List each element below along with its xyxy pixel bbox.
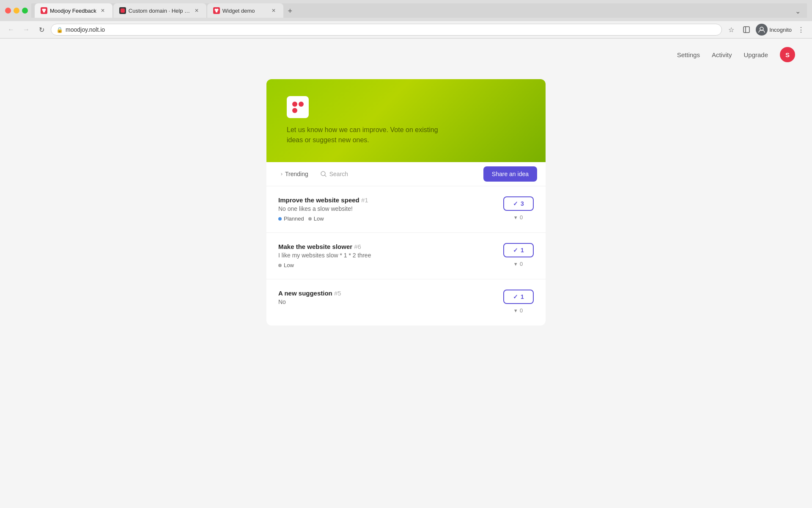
toolbar-right: ☆ Incognito ⋮ (725, 24, 807, 36)
idea-title-1[interactable]: Improve the website speed #1 (278, 196, 495, 204)
idea-item-2: Make the website slower #6 I like my web… (266, 233, 546, 279)
trending-label: Trending (285, 171, 308, 177)
vote-up-button-1[interactable]: ✓ 3 (503, 196, 534, 211)
idea-title-text-2: Make the website slower (278, 243, 352, 250)
search-placeholder: Search (329, 171, 348, 177)
tab-favicon-widget (213, 7, 220, 14)
idea-number-2: #6 (354, 243, 361, 250)
tab-close-nolt[interactable]: ✕ (193, 7, 200, 14)
vote-count-down-3: 0 (520, 307, 523, 314)
vote-count-up-3: 1 (521, 293, 524, 300)
brand-logo (287, 96, 309, 118)
maximize-button[interactable] (22, 8, 28, 14)
refresh-button[interactable]: ↻ (36, 24, 47, 36)
search-area[interactable]: Search (314, 167, 483, 181)
idea-title-text-3: A new suggestion (278, 290, 332, 297)
idea-tags-2: Low (278, 262, 495, 268)
tab-widget[interactable]: Widget demo ✕ (207, 3, 283, 18)
tab-close-widget[interactable]: ✕ (270, 7, 277, 14)
filter-bar: › Trending Search Share an idea (266, 162, 546, 186)
idea-title-2[interactable]: Make the website slower #6 (278, 243, 495, 250)
vote-count-up-1: 3 (521, 200, 524, 207)
idea-tags-1: Planned Low (278, 215, 495, 222)
vote-down-button-1[interactable]: ▾ 0 (511, 213, 526, 222)
tab-moodjoy[interactable]: Moodjoy Feedback ✕ (35, 3, 112, 18)
idea-content-2: Make the website slower #6 I like my web… (278, 243, 495, 268)
close-button[interactable] (5, 8, 11, 14)
top-nav: Settings Activity Upgrade S (0, 39, 812, 71)
vote-widget-3: ✓ 1 ▾ 0 (503, 290, 534, 315)
vote-down-button-3[interactable]: ▾ 0 (511, 306, 526, 315)
tab-expand-button[interactable]: ⌄ (792, 5, 804, 17)
tag-dot-planned (278, 217, 282, 221)
chevron-right-icon: › (281, 171, 283, 177)
idea-desc-1: No one likes a slow website! (278, 205, 495, 212)
tab-favicon-nolt (119, 7, 126, 14)
svg-line-11 (324, 175, 326, 177)
idea-number-1: #1 (361, 196, 368, 204)
hero-description: Let us know how we can improve. Vote on … (287, 125, 447, 145)
ideas-list: Improve the website speed #1 No one like… (266, 186, 546, 326)
tab-label-moodjoy: Moodjoy Feedback (50, 8, 96, 14)
idea-tag-planned: Planned (278, 215, 304, 222)
user-avatar[interactable]: S (780, 47, 795, 62)
title-bar: Moodjoy Feedback ✕ Custom domain · Help … (0, 0, 812, 21)
checkmark-icon-1: ✓ (513, 200, 518, 207)
idea-desc-3: No (278, 298, 495, 305)
idea-title-3[interactable]: A new suggestion #5 (278, 290, 495, 297)
bookmark-button[interactable]: ☆ (725, 24, 737, 36)
vote-up-button-3[interactable]: ✓ 1 (503, 290, 534, 304)
logo-dot-1 (292, 102, 297, 107)
card-container: Let us know how we can improve. Vote on … (266, 79, 546, 326)
lock-icon: 🔒 (56, 27, 63, 33)
tag-dot-low-2 (278, 264, 282, 267)
vote-count-down-2: 0 (520, 261, 523, 267)
checkmark-icon-3: ✓ (513, 293, 518, 300)
url-bar[interactable]: 🔒 moodjoy.nolt.io (51, 24, 722, 36)
new-tab-button[interactable]: + (284, 5, 296, 17)
hero-banner: Let us know how we can improve. Vote on … (266, 79, 546, 162)
idea-content-1: Improve the website speed #1 No one like… (278, 196, 495, 222)
forward-button[interactable]: → (20, 24, 32, 36)
vote-widget-1: ✓ 3 ▾ 0 (503, 196, 534, 222)
tab-close-moodjoy[interactable]: ✕ (99, 7, 107, 14)
logo-dot-2 (299, 102, 304, 107)
sidebar-button[interactable] (741, 24, 752, 36)
address-bar: ← → ↻ 🔒 moodjoy.nolt.io ☆ Incognito ⋮ (0, 21, 812, 39)
tag-dot-low-1 (308, 217, 312, 221)
search-icon (320, 171, 327, 177)
svg-rect-7 (743, 27, 749, 33)
idea-item-1: Improve the website speed #1 No one like… (266, 186, 546, 233)
idea-number-3: #5 (334, 290, 341, 297)
vote-count-down-1: 0 (520, 214, 523, 221)
share-idea-button[interactable]: Share an idea (483, 166, 537, 182)
tab-label-nolt: Custom domain · Help · Nolt (129, 8, 190, 14)
menu-button[interactable]: ⋮ (795, 24, 807, 36)
minimize-button[interactable] (14, 8, 19, 14)
incognito-icon (756, 24, 768, 36)
incognito-label: Incognito (769, 27, 792, 33)
trending-button[interactable]: › Trending (275, 167, 314, 181)
settings-link[interactable]: Settings (677, 51, 700, 58)
incognito-badge: Incognito (756, 24, 792, 36)
svg-point-2 (43, 11, 45, 13)
svg-point-6 (215, 11, 217, 13)
back-button[interactable]: ← (5, 24, 17, 36)
browser-chrome: Moodjoy Feedback ✕ Custom domain · Help … (0, 0, 812, 39)
vote-up-button-2[interactable]: ✓ 1 (503, 243, 534, 257)
tag-label-low-2: Low (284, 262, 294, 268)
svg-rect-3 (121, 8, 125, 13)
tab-favicon-moodjoy (41, 7, 47, 14)
tab-nolt[interactable]: Custom domain · Help · Nolt ✕ (113, 3, 206, 18)
upgrade-link[interactable]: Upgrade (743, 51, 768, 58)
idea-desc-2: I like my websites slow * 1 * 2 three (278, 252, 495, 259)
tag-label-planned: Planned (284, 215, 304, 222)
vote-widget-2: ✓ 1 ▾ 0 (503, 243, 534, 269)
activity-link[interactable]: Activity (712, 51, 732, 58)
checkmark-icon-2: ✓ (513, 247, 518, 254)
tabs-bar: Moodjoy Feedback ✕ Custom domain · Help … (31, 3, 807, 18)
tag-label-low-1: Low (314, 215, 324, 222)
chevron-down-icon-3: ▾ (514, 307, 517, 314)
url-text: moodjoy.nolt.io (66, 26, 716, 33)
vote-down-button-2[interactable]: ▾ 0 (511, 259, 526, 269)
